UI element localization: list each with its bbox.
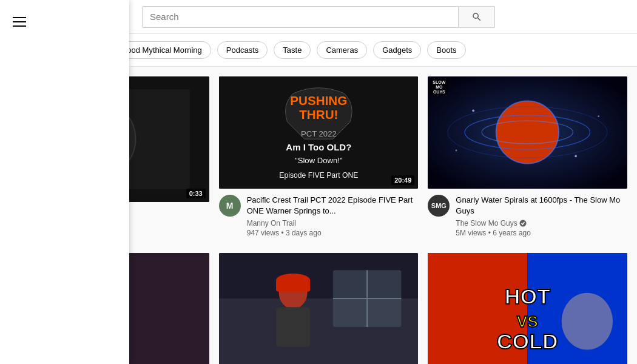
svg-point-24	[456, 150, 457, 152]
video-thumbnail-5	[219, 253, 419, 364]
svg-point-25	[519, 220, 526, 227]
duration-badge-1: 0:33	[186, 189, 206, 198]
video-thumbnail-3: SLOW MO GUYS	[428, 76, 627, 189]
video-card-5[interactable]	[219, 253, 419, 364]
svg-text:Am I Too OLD?: Am I Too OLD?	[286, 142, 351, 152]
video-thumbnail-2: PUSHING THRU! PCT 2022 Am I Too OLD? "Sl…	[219, 76, 419, 189]
video-card-3[interactable]: SLOW MO GUYS SMG Gnarly Water Spirals at…	[428, 76, 627, 243]
svg-point-23	[598, 115, 600, 117]
video-stats-3: 5M views • 6 years ago	[456, 229, 627, 237]
svg-text:PUSHING: PUSHING	[290, 93, 347, 107]
svg-point-21	[473, 109, 475, 112]
video-card-2[interactable]: PUSHING THRU! PCT 2022 Am I Too OLD? "Sl…	[219, 76, 419, 243]
video-thumbnail-6: HOT VS COLD	[428, 253, 627, 364]
chip-podcasts[interactable]: Podcasts	[217, 41, 268, 59]
thumbnail-svg-6: HOT VS COLD	[428, 253, 627, 364]
menu-button[interactable]	[7, 10, 32, 34]
svg-text:THRU!: THRU!	[299, 107, 338, 121]
sidebar	[0, 0, 129, 364]
svg-text:Episode FIVE Part ONE: Episode FIVE Part ONE	[279, 171, 358, 180]
channel-name-3: The Slow Mo Guys	[456, 219, 627, 228]
search-area	[142, 6, 495, 28]
avatar-2: M	[219, 195, 241, 217]
svg-text:"Slow Down!": "Slow Down!"	[295, 156, 343, 165]
thumbnail-svg-2: PUSHING THRU! PCT 2022 Am I Too OLD? "Sl…	[219, 76, 419, 189]
search-button[interactable]	[459, 6, 495, 28]
svg-rect-37	[276, 307, 310, 347]
chip-taste[interactable]: Taste	[274, 41, 311, 59]
svg-text:VS: VS	[517, 312, 538, 331]
video-stats-2: 947 views • 3 days ago	[247, 229, 419, 237]
thumbnail-svg-5	[219, 253, 419, 364]
avatar-3: SMG	[428, 195, 450, 217]
video-card-6[interactable]: HOT VS COLD HOT VS COLD	[428, 253, 627, 364]
duration-badge-2: 20:49	[391, 175, 414, 185]
thumbnail-svg-3	[428, 76, 627, 189]
chip-cameras[interactable]: Cameras	[317, 41, 367, 59]
svg-point-44	[562, 293, 613, 350]
channel-name-2: Manny On Trail	[247, 219, 419, 228]
verified-icon-3	[519, 220, 527, 227]
search-input[interactable]	[143, 7, 458, 27]
video-info-2: M Pacific Crest Trail PCT 2022 Episode F…	[219, 189, 419, 243]
video-title-3: Gnarly Water Spirals at 1600fps - The Sl…	[456, 195, 627, 217]
channel-badge-3: SLOW MO GUYS	[430, 79, 448, 95]
chip-boots[interactable]: Boots	[427, 41, 465, 59]
svg-rect-36	[276, 280, 310, 292]
search-bar	[142, 6, 459, 28]
video-meta-3: Gnarly Water Spirals at 1600fps - The Sl…	[456, 195, 627, 237]
svg-point-22	[575, 155, 578, 157]
video-info-3: SMG Gnarly Water Spirals at 1600fps - Th…	[428, 189, 627, 243]
svg-text:HOT: HOT	[505, 285, 550, 309]
chip-gadgets[interactable]: Gadgets	[373, 41, 421, 59]
svg-text:COLD: COLD	[497, 329, 558, 354]
video-title-2: Pacific Crest Trail PCT 2022 Episode FIV…	[247, 195, 419, 217]
search-icon	[471, 12, 482, 22]
video-meta-2: Pacific Crest Trail PCT 2022 Episode FIV…	[247, 195, 419, 237]
svg-text:PCT 2022: PCT 2022	[301, 129, 337, 138]
